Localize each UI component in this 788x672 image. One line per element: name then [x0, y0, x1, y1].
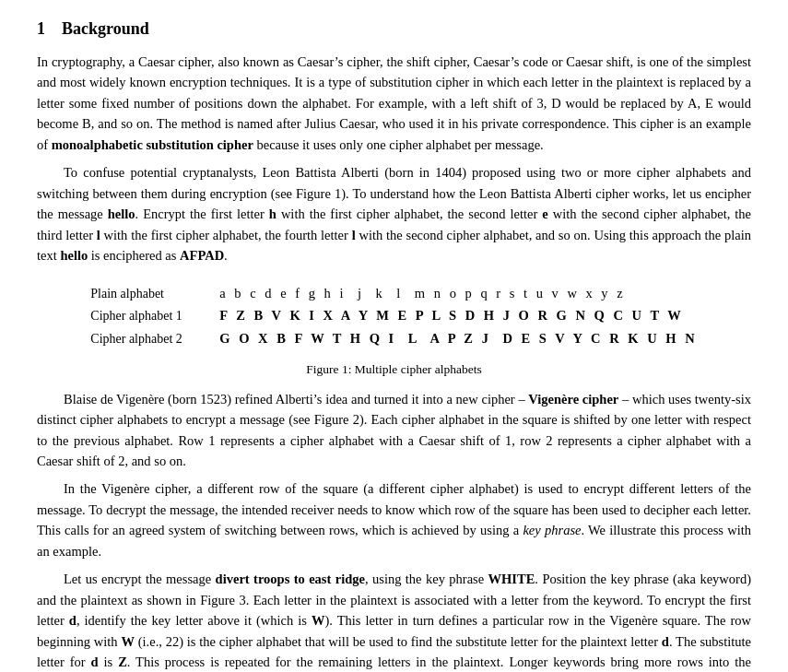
cipher-alphabet-2-row: Cipher alphabet 2 G O X B F W T H Q I L … — [90, 328, 697, 349]
bold-vigenere: Vigenère cipher — [528, 392, 618, 407]
paragraph-1: In cryptography, a Caesar cipher, also k… — [37, 52, 751, 155]
inline-message: divert troops to east ridge — [216, 572, 365, 586]
section-number: 1 — [37, 19, 45, 38]
section-heading: 1 Background — [37, 17, 751, 42]
cipher-alphabet-1-letters: F Z B V K I X A Y M E P L S D H J O R G … — [219, 305, 683, 325]
paragraph-2: To confuse potential cryptanalysts, Leon… — [37, 162, 751, 265]
cipher-alphabet-1-row: Cipher alphabet 1 F Z B V K I X A Y M E … — [90, 305, 697, 326]
inline-W2: W — [121, 634, 135, 649]
plain-alphabet-row: Plain alphabet a b c d e f g h i j k l m… — [90, 283, 697, 304]
inline-h: h — [269, 206, 276, 221]
alphabet-table: Plain alphabet a b c d e f g h i j k l m… — [90, 283, 697, 351]
section-title: Background — [62, 19, 149, 38]
cipher-alphabet-1-label: Cipher alphabet 1 — [90, 306, 219, 326]
inline-l1: l — [97, 228, 100, 242]
inline-e: e — [542, 206, 547, 221]
plain-alphabet-label: Plain alphabet — [90, 284, 219, 304]
paragraph-5: Let us encrypt the message divert troops… — [37, 569, 751, 672]
cipher-alphabet-2-letters: G O X B F W T H Q I L A P Z J D E S V Y … — [219, 328, 697, 348]
inline-Z: Z — [118, 654, 127, 669]
inline-d2: d — [662, 634, 669, 649]
inline-l2: l — [352, 228, 356, 242]
inline-d1: d — [69, 613, 76, 628]
bold-monoalphabetic: monoalphabetic substitution cipher — [52, 137, 253, 152]
paragraph-4: In the Vigenère cipher, a different row … — [37, 478, 751, 561]
inline-hello-1: hello — [108, 206, 135, 221]
cipher-alphabet-2-label: Cipher alphabet 2 — [90, 329, 219, 349]
inline-afpad: AFPAD — [180, 248, 224, 263]
italic-key-phrase: key phrase — [523, 523, 581, 537]
figure-1-caption: Figure 1: Multiple cipher alphabets — [37, 360, 751, 380]
inline-white: WHITE — [488, 572, 535, 586]
plain-alphabet-letters: a b c d e f g h i j k l m n o p q r s t … — [219, 283, 625, 303]
inline-d3: d — [91, 654, 99, 669]
paragraph-3: Blaise de Vigenère (born 1523) refined A… — [37, 389, 751, 472]
inline-W1: W — [312, 613, 325, 628]
figure-1-block: Plain alphabet a b c d e f g h i j k l m… — [37, 283, 751, 380]
inline-hello-2: hello — [60, 248, 88, 263]
